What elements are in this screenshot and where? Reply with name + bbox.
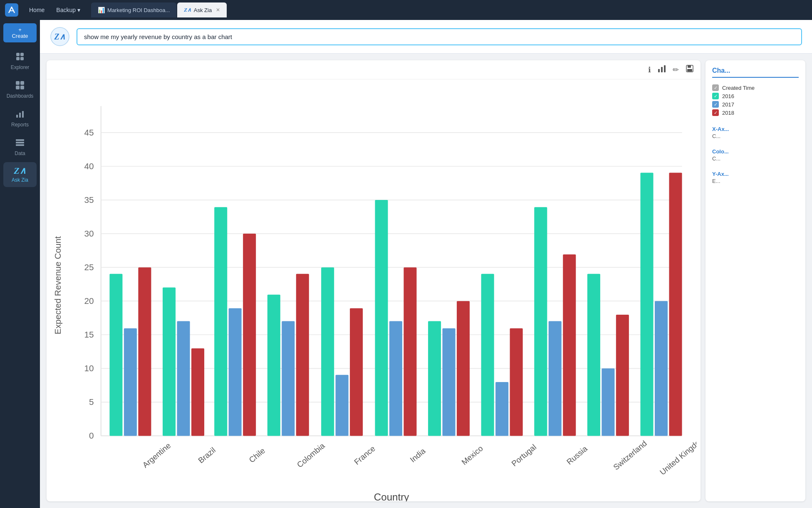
svg-text:10: 10	[84, 363, 94, 373]
svg-rect-78	[549, 321, 562, 436]
svg-rect-47	[138, 267, 151, 436]
color-title: Colo...	[712, 148, 799, 155]
x-axis-section: X-Ax... C...	[712, 123, 799, 140]
svg-text:40: 40	[84, 161, 94, 171]
y-axis-section: Y-Ax... E...	[712, 168, 799, 185]
svg-text:30: 30	[84, 229, 94, 238]
svg-rect-49	[163, 287, 176, 436]
sidebar-item-data[interactable]: Data	[3, 133, 37, 160]
backup-button[interactable]: Backup ▾	[52, 5, 84, 15]
svg-rect-13	[16, 144, 24, 146]
chart-panel: ℹ ✏	[47, 60, 701, 501]
svg-rect-9	[19, 113, 21, 118]
data-icon	[15, 138, 25, 149]
svg-text:Mexico: Mexico	[460, 444, 484, 467]
legend-item-2016[interactable]: ✓ 2016	[712, 93, 799, 99]
svg-rect-16	[658, 69, 660, 72]
svg-text:15: 15	[84, 330, 94, 339]
svg-rect-4	[16, 81, 20, 85]
svg-rect-69	[428, 321, 441, 436]
tab-ask-zia[interactable]: Z∧ Ask Zia ✕	[177, 2, 227, 17]
svg-rect-6	[16, 86, 20, 89]
tab-bar: 📊 Marketing ROI Dashboa... Z∧ Ask Zia ✕	[91, 2, 227, 17]
ask-zia-icon: Z∧	[14, 166, 26, 175]
create-button[interactable]: + Create	[3, 23, 37, 42]
chart-area: ℹ ✏	[40, 54, 812, 508]
chart-svg-container: 0 5 10 15 20	[47, 79, 701, 501]
svg-rect-75	[510, 328, 523, 436]
svg-text:Chile: Chile	[248, 446, 267, 464]
svg-rect-79	[563, 254, 576, 436]
svg-text:Expected Revenue Count: Expected Revenue Count	[53, 236, 62, 334]
svg-rect-82	[602, 368, 614, 436]
svg-rect-3	[20, 57, 24, 60]
y-axis-title: Y-Ax...	[712, 171, 799, 177]
svg-text:5: 5	[89, 397, 94, 407]
home-button[interactable]: Home	[25, 5, 49, 15]
svg-text:Switzerland: Switzerland	[611, 439, 649, 472]
svg-rect-21	[687, 69, 692, 72]
top-navigation: Home Backup ▾ 📊 Marketing ROI Dashboa...…	[0, 0, 812, 20]
sidebar-item-dashboards[interactable]: Dashboards	[3, 76, 37, 103]
svg-rect-1	[20, 53, 24, 56]
svg-rect-57	[267, 295, 280, 436]
svg-text:25: 25	[84, 262, 94, 272]
legend-item-2017[interactable]: ✓ 2017	[712, 101, 799, 108]
svg-text:Z∧: Z∧	[54, 32, 66, 41]
svg-rect-54	[229, 308, 242, 436]
svg-text:United Kingdom: United Kingdom	[658, 434, 696, 477]
svg-text:India: India	[408, 446, 427, 464]
legend-checkbox-2018: ✓	[712, 109, 719, 116]
svg-text:Argentine: Argentine	[141, 441, 173, 469]
svg-rect-86	[655, 301, 668, 436]
svg-rect-62	[336, 375, 349, 436]
svg-rect-71	[457, 301, 470, 436]
svg-rect-61	[321, 267, 334, 436]
svg-rect-58	[282, 321, 295, 436]
svg-rect-10	[22, 111, 24, 118]
zia-search-bar: Z∧	[40, 20, 812, 54]
zia-search-input[interactable]	[77, 28, 802, 45]
x-axis-field: C...	[712, 133, 799, 139]
sidebar-item-ask-zia[interactable]: Z∧ Ask Zia	[3, 162, 37, 187]
svg-rect-63	[350, 308, 363, 436]
svg-rect-70	[443, 328, 456, 436]
ask-zia-tab-icon: Z∧	[184, 7, 191, 13]
svg-rect-81	[587, 274, 600, 436]
svg-rect-66	[389, 321, 402, 436]
svg-text:Brazil: Brazil	[196, 446, 217, 465]
sidebar-item-reports[interactable]: Reports	[3, 105, 37, 132]
legend-item-created-time[interactable]: ✓ Created Time	[712, 84, 799, 91]
svg-text:45: 45	[84, 128, 94, 137]
info-icon[interactable]: ℹ	[648, 65, 651, 74]
right-panel: Cha... ✓ Created Time ✓ 2016 ✓ 2017	[706, 60, 805, 501]
explorer-icon	[15, 52, 25, 63]
svg-rect-2	[16, 57, 20, 60]
svg-rect-83	[616, 315, 629, 436]
reports-icon	[15, 109, 25, 120]
edit-icon[interactable]: ✏	[673, 65, 679, 74]
tab-marketing-roi[interactable]: 📊 Marketing ROI Dashboa...	[91, 2, 176, 17]
svg-text:Russia: Russia	[565, 444, 589, 466]
legend-section: ✓ Created Time ✓ 2016 ✓ 2017 ✓ 2018	[712, 83, 799, 118]
svg-rect-18	[664, 65, 666, 72]
chart-type-icon[interactable]	[658, 64, 666, 75]
zia-logo-icon: Z∧	[50, 27, 70, 47]
right-panel-title: Cha...	[712, 67, 799, 78]
save-icon[interactable]	[686, 64, 694, 75]
svg-rect-85	[640, 173, 653, 436]
svg-rect-46	[124, 328, 137, 436]
svg-rect-45	[109, 274, 122, 436]
x-axis-title: X-Ax...	[712, 126, 799, 132]
legend-item-2018[interactable]: ✓ 2018	[712, 109, 799, 116]
close-tab-icon[interactable]: ✕	[216, 7, 220, 13]
legend-checkbox-2017: ✓	[712, 101, 719, 108]
color-field: C...	[712, 155, 799, 162]
svg-rect-65	[375, 200, 388, 436]
color-section: Colo... C...	[712, 145, 799, 163]
svg-text:France: France	[352, 444, 377, 466]
dashboards-icon	[15, 80, 25, 91]
sidebar-item-explorer[interactable]: Explorer	[3, 47, 37, 74]
svg-rect-8	[16, 115, 18, 118]
svg-rect-87	[669, 173, 682, 436]
